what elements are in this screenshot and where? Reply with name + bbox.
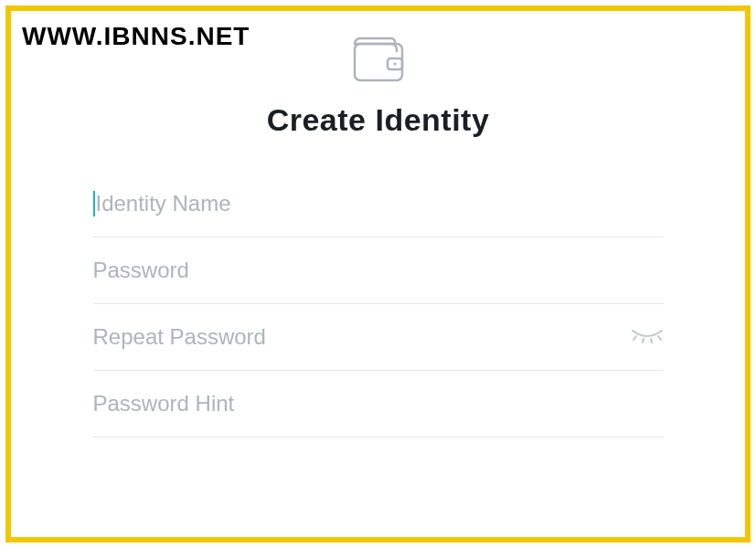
- repeat-password-input[interactable]: [93, 324, 620, 350]
- page-title: Create Identity: [267, 102, 490, 138]
- svg-line-4: [643, 339, 644, 342]
- svg-rect-0: [355, 44, 402, 80]
- identity-name-field[interactable]: [93, 171, 664, 237]
- password-input[interactable]: [93, 258, 664, 283]
- watermark-text: WWW.IBNNS.NET: [22, 22, 250, 51]
- password-hint-field[interactable]: [93, 371, 664, 437]
- create-identity-form: [86, 171, 671, 437]
- wallet-icon: [346, 27, 411, 86]
- svg-line-3: [634, 336, 636, 340]
- password-field[interactable]: [93, 237, 664, 304]
- app-frame: WWW.IBNNS.NET Create Identity: [5, 5, 751, 543]
- content-area: Create Identity: [11, 11, 745, 537]
- svg-point-2: [393, 63, 396, 66]
- repeat-password-field[interactable]: [93, 304, 664, 371]
- eye-hidden-icon[interactable]: [631, 327, 664, 347]
- svg-line-5: [651, 339, 652, 342]
- password-hint-input[interactable]: [93, 391, 664, 416]
- svg-line-6: [658, 336, 661, 340]
- identity-name-input[interactable]: [95, 191, 663, 216]
